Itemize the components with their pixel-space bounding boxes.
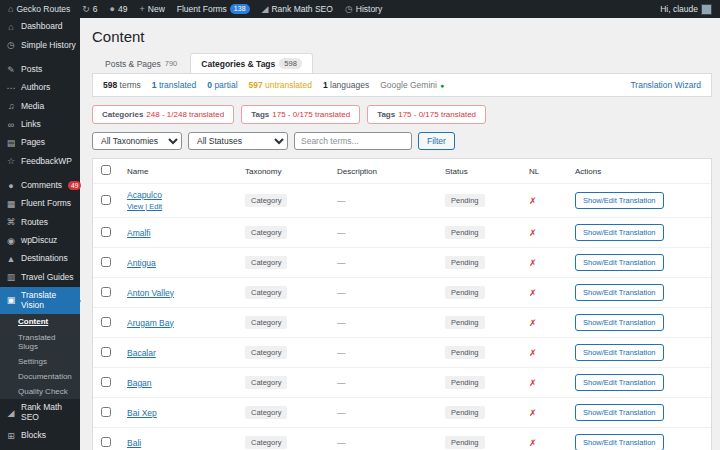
sidebar-item-label: Travel Guides	[21, 273, 74, 283]
sidebar-item[interactable]: ⌂ Dashboard	[0, 18, 80, 36]
sidebar-item[interactable]	[0, 445, 80, 450]
taxonomy-select[interactable]: All Taxonomies	[92, 132, 182, 150]
comments-menu[interactable]: ● 49	[110, 4, 128, 14]
description-cell: —	[337, 196, 445, 206]
row-checkbox[interactable]	[101, 257, 111, 267]
status-select[interactable]: All Statuses	[188, 132, 288, 150]
nl-untranslated-mark: ✗	[529, 318, 575, 328]
sidebar-item[interactable]: ☆ FeedbackWP	[0, 152, 80, 170]
clock-icon: ◷	[345, 5, 353, 14]
tab-label: Categories & Tags	[201, 59, 275, 69]
show-edit-translation-button[interactable]: Show/Edit Translation	[575, 224, 664, 241]
sidebar-item[interactable]: Content	[0, 314, 80, 329]
term-name-link[interactable]: Antigua	[127, 258, 156, 268]
sidebar-item[interactable]: ⊞ Blocks	[0, 427, 80, 445]
sidebar-item[interactable]: ● Comments 49	[0, 177, 80, 195]
sidebar-item[interactable]: ◷ Simple History	[0, 36, 80, 54]
updates-count: 6	[93, 4, 98, 14]
show-edit-translation-button[interactable]: Show/Edit Translation	[575, 284, 664, 301]
row-checkbox[interactable]	[101, 317, 111, 327]
taxonomy-filter-button[interactable]: Tags 175 - 0/175 translated	[367, 105, 486, 124]
term-name-link[interactable]: Acapulco	[127, 190, 162, 200]
row-checkbox[interactable]	[101, 195, 111, 205]
status-badge: Pending	[445, 194, 485, 207]
sidebar-item[interactable]: ⌘ Routes	[0, 213, 80, 231]
show-edit-translation-button[interactable]: Show/Edit Translation	[575, 254, 664, 271]
show-edit-translation-button[interactable]: Show/Edit Translation	[575, 404, 664, 421]
translation-wizard-link[interactable]: Translation Wizard	[630, 80, 701, 90]
table-row: Antigua Category — Pending ✗ Show/Edit T…	[93, 247, 711, 277]
term-name-link[interactable]: Bagan	[127, 378, 152, 388]
taxonomy-filter-button[interactable]: Tags 175 - 0/175 translated	[241, 105, 360, 124]
row-checkbox[interactable]	[101, 377, 111, 387]
sidebar-item[interactable]: Settings	[0, 354, 80, 369]
rank-math-menu[interactable]: ◢ Rank Math SEO	[262, 4, 333, 14]
media-icon: ♫	[6, 101, 16, 111]
new-label: New	[148, 4, 165, 14]
show-edit-translation-button[interactable]: Show/Edit Translation	[575, 314, 664, 331]
term-name-link[interactable]: Bali	[127, 438, 141, 448]
sidebar-item[interactable]: ∞ Links	[0, 116, 80, 134]
tab[interactable]: Categories & Tags 598	[190, 53, 313, 73]
term-name-link[interactable]: Bacalar	[127, 348, 156, 358]
term-name-link[interactable]: Bai Xep	[127, 408, 157, 418]
updates-icon: ↻	[82, 5, 90, 14]
row-actions-links[interactable]: View | Edit	[127, 202, 245, 211]
sidebar-item[interactable]: Quality Check	[0, 384, 80, 399]
history-menu[interactable]: ◷ History	[345, 4, 382, 14]
sidebar-item[interactable]: ▦ Fluent Forms	[0, 195, 80, 213]
show-edit-translation-button[interactable]: Show/Edit Translation	[575, 192, 664, 209]
sidebar-item[interactable]: Translated Slugs	[0, 330, 80, 354]
term-name-cell: Bali	[127, 438, 245, 448]
tab[interactable]: Posts & Pages 790	[94, 53, 188, 73]
sidebar-item-label: Blocks	[21, 431, 46, 441]
sidebar-item[interactable]: ◉ wpDiscuz	[0, 232, 80, 250]
term-name-link[interactable]: Anton Valley	[127, 288, 174, 298]
stat-item[interactable]: 597 untranslated	[249, 80, 312, 90]
table-header: Name Taxonomy Description Status NL Acti…	[93, 159, 711, 183]
home-icon: ⌂	[8, 5, 13, 14]
site-menu[interactable]: ⌂ Gecko Routes	[8, 4, 70, 14]
term-name-link[interactable]: Arugam Bay	[127, 318, 174, 328]
term-name-cell: Amalfi	[127, 228, 245, 238]
row-checkbox[interactable]	[101, 347, 111, 357]
sidebar-item[interactable]: ✎ Posts	[0, 61, 80, 79]
sidebar-item[interactable]: ▤ Pages	[0, 134, 80, 152]
sidebar-item[interactable]: ▲ Destinations	[0, 250, 80, 268]
status-badge: Pending	[445, 226, 485, 239]
stat-item[interactable]: 0 partial	[207, 80, 237, 90]
new-menu[interactable]: + New	[140, 4, 165, 14]
description-cell: —	[337, 348, 445, 358]
sidebar-item-label: Routes	[21, 218, 48, 228]
show-edit-translation-button[interactable]: Show/Edit Translation	[575, 434, 664, 450]
row-checkbox[interactable]	[101, 407, 111, 417]
filter-button[interactable]: Filter	[418, 132, 455, 150]
stat-item[interactable]: 1 translated	[152, 80, 196, 90]
taxonomy-filter-button[interactable]: Categories 248 - 1/248 translated	[92, 105, 234, 124]
updates-menu[interactable]: ↻ 6	[82, 4, 97, 14]
show-edit-translation-button[interactable]: Show/Edit Translation	[575, 344, 664, 361]
taxonomy-badge: Category	[245, 346, 287, 359]
search-input[interactable]	[294, 132, 412, 150]
select-all-checkbox[interactable]	[101, 165, 111, 175]
row-checkbox[interactable]	[101, 287, 111, 297]
account-menu[interactable]: Hi, claude	[660, 4, 712, 15]
sidebar-item[interactable]: ⋯ Authors	[0, 79, 80, 97]
fluent-forms-menu[interactable]: Fluent Forms 138	[177, 4, 250, 14]
sidebar-item[interactable]: ◢ Rank Math SEO	[0, 399, 80, 427]
sidebar-item[interactable]: ▣ Translate Vision	[0, 287, 80, 315]
table-row: Acapulco View | Edit Category — Pending …	[93, 183, 711, 217]
tab-count: 790	[165, 59, 178, 68]
stat-item[interactable]: 598 terms	[103, 80, 141, 90]
sidebar-item[interactable]: ▥ Travel Guides	[0, 268, 80, 286]
description-cell: —	[337, 438, 445, 448]
engine-label: Google Gemini	[380, 80, 437, 90]
sidebar-item-label: Links	[21, 120, 41, 130]
term-name-link[interactable]: Amalfi	[127, 228, 151, 238]
show-edit-translation-button[interactable]: Show/Edit Translation	[575, 374, 664, 391]
row-checkbox[interactable]	[101, 437, 111, 447]
sidebar-item[interactable]: ♫ Media	[0, 97, 80, 115]
row-checkbox[interactable]	[101, 227, 111, 237]
stat-item[interactable]: 1 languages	[323, 80, 369, 90]
sidebar-item[interactable]: Documentation	[0, 369, 80, 384]
